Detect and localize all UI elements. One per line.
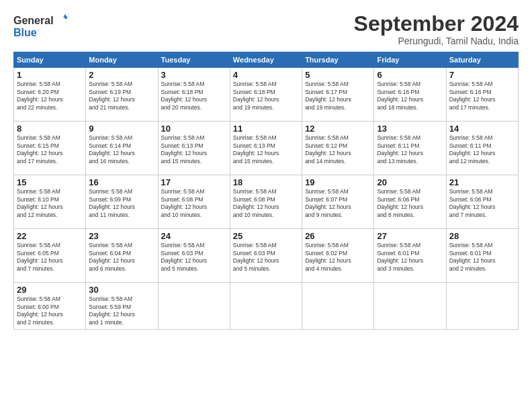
day-info: Sunrise: 5:58 AM Sunset: 6:08 PM Dayligh… (161, 188, 227, 219)
week-row-4: 22Sunrise: 5:58 AM Sunset: 6:05 PM Dayli… (14, 229, 519, 283)
week-row-5: 29Sunrise: 5:58 AM Sunset: 6:00 PM Dayli… (14, 283, 519, 330)
day-cell-16: 16Sunrise: 5:58 AM Sunset: 6:09 PM Dayli… (86, 175, 158, 229)
day-number: 14 (449, 124, 515, 134)
day-number: 17 (161, 177, 227, 187)
day-number: 1 (17, 70, 83, 80)
week-row-1: 1Sunrise: 5:58 AM Sunset: 6:20 PM Daylig… (14, 68, 519, 122)
day-cell-22: 22Sunrise: 5:58 AM Sunset: 6:05 PM Dayli… (14, 229, 86, 283)
day-info: Sunrise: 5:58 AM Sunset: 6:13 PM Dayligh… (161, 134, 227, 165)
day-info: Sunrise: 5:58 AM Sunset: 6:03 PM Dayligh… (161, 242, 227, 273)
day-info: Sunrise: 5:58 AM Sunset: 6:17 PM Dayligh… (305, 81, 371, 111)
day-cell-27: 27Sunrise: 5:58 AM Sunset: 6:01 PM Dayli… (374, 229, 446, 283)
day-cell-11: 11Sunrise: 5:58 AM Sunset: 6:13 PM Dayli… (230, 122, 302, 175)
logo: General Blue (13, 12, 67, 40)
day-number: 20 (377, 177, 443, 187)
day-cell-24: 24Sunrise: 5:58 AM Sunset: 6:03 PM Dayli… (158, 229, 230, 283)
header-saturday: Saturday (446, 52, 518, 68)
day-number: 22 (17, 231, 83, 241)
day-number: 30 (89, 285, 154, 295)
day-info: Sunrise: 5:58 AM Sunset: 6:13 PM Dayligh… (233, 134, 299, 165)
day-cell-21: 21Sunrise: 5:58 AM Sunset: 6:06 PM Dayli… (446, 175, 518, 229)
day-info: Sunrise: 5:58 AM Sunset: 6:11 PM Dayligh… (377, 134, 443, 165)
week-row-2: 8Sunrise: 5:58 AM Sunset: 6:15 PM Daylig… (14, 122, 519, 175)
day-cell-10: 10Sunrise: 5:58 AM Sunset: 6:13 PM Dayli… (158, 122, 230, 175)
header-sunday: Sunday (14, 52, 86, 68)
day-cell-13: 13Sunrise: 5:58 AM Sunset: 6:11 PM Dayli… (374, 122, 446, 175)
day-cell-20: 20Sunrise: 5:58 AM Sunset: 6:06 PM Dayli… (374, 175, 446, 229)
day-info: Sunrise: 5:58 AM Sunset: 6:08 PM Dayligh… (233, 188, 299, 219)
day-info: Sunrise: 5:58 AM Sunset: 6:05 PM Dayligh… (17, 242, 83, 273)
day-info: Sunrise: 5:58 AM Sunset: 6:01 PM Dayligh… (377, 242, 443, 273)
day-number: 3 (161, 70, 227, 80)
day-number: 11 (233, 124, 299, 134)
day-info: Sunrise: 5:58 AM Sunset: 6:03 PM Dayligh… (233, 242, 299, 273)
day-number: 23 (89, 231, 154, 241)
week-row-3: 15Sunrise: 5:58 AM Sunset: 6:10 PM Dayli… (14, 175, 519, 229)
day-info: Sunrise: 5:58 AM Sunset: 6:12 PM Dayligh… (305, 134, 371, 165)
svg-text:General: General (13, 15, 54, 26)
day-number: 12 (305, 124, 371, 134)
day-cell-9: 9Sunrise: 5:58 AM Sunset: 6:14 PM Daylig… (86, 122, 158, 175)
day-number: 25 (233, 231, 299, 241)
header-friday: Friday (374, 52, 446, 68)
day-info: Sunrise: 5:58 AM Sunset: 6:07 PM Dayligh… (305, 188, 371, 219)
day-number: 18 (233, 177, 299, 187)
day-cell-19: 19Sunrise: 5:58 AM Sunset: 6:07 PM Dayli… (302, 175, 374, 229)
day-info: Sunrise: 5:58 AM Sunset: 6:16 PM Dayligh… (449, 81, 515, 111)
title-block: September 2024 Perungudi, Tamil Nadu, In… (354, 12, 519, 46)
day-info: Sunrise: 5:58 AM Sunset: 5:59 PM Dayligh… (89, 295, 154, 326)
day-info: Sunrise: 5:58 AM Sunset: 6:06 PM Dayligh… (377, 188, 443, 219)
header-row: SundayMondayTuesdayWednesdayThursdayFrid… (14, 52, 519, 68)
day-number: 10 (161, 124, 227, 134)
day-cell-23: 23Sunrise: 5:58 AM Sunset: 6:04 PM Dayli… (86, 229, 158, 283)
day-cell-18: 18Sunrise: 5:58 AM Sunset: 6:08 PM Dayli… (230, 175, 302, 229)
day-cell-1: 1Sunrise: 5:58 AM Sunset: 6:20 PM Daylig… (14, 68, 86, 122)
day-number: 6 (377, 70, 443, 80)
day-info: Sunrise: 5:58 AM Sunset: 6:00 PM Dayligh… (17, 295, 83, 326)
day-info: Sunrise: 5:58 AM Sunset: 6:15 PM Dayligh… (17, 134, 83, 165)
day-info: Sunrise: 5:58 AM Sunset: 6:01 PM Dayligh… (449, 242, 515, 273)
day-info: Sunrise: 5:58 AM Sunset: 6:18 PM Dayligh… (161, 81, 227, 111)
header-thursday: Thursday (302, 52, 374, 68)
day-info: Sunrise: 5:58 AM Sunset: 6:04 PM Dayligh… (89, 242, 154, 273)
svg-text:Blue: Blue (13, 27, 37, 38)
day-number: 5 (305, 70, 371, 80)
day-number: 21 (449, 177, 515, 187)
day-cell-26: 26Sunrise: 5:58 AM Sunset: 6:02 PM Dayli… (302, 229, 374, 283)
day-cell-3: 3Sunrise: 5:58 AM Sunset: 6:18 PM Daylig… (158, 68, 230, 122)
day-info: Sunrise: 5:58 AM Sunset: 6:06 PM Dayligh… (449, 188, 515, 219)
day-cell-30: 30Sunrise: 5:58 AM Sunset: 5:59 PM Dayli… (86, 283, 158, 330)
day-cell-15: 15Sunrise: 5:58 AM Sunset: 6:10 PM Dayli… (14, 175, 86, 229)
day-cell-14: 14Sunrise: 5:58 AM Sunset: 6:11 PM Dayli… (446, 122, 518, 175)
day-cell-5: 5Sunrise: 5:58 AM Sunset: 6:17 PM Daylig… (302, 68, 374, 122)
day-cell-6: 6Sunrise: 5:58 AM Sunset: 6:16 PM Daylig… (374, 68, 446, 122)
header-wednesday: Wednesday (230, 52, 302, 68)
day-info: Sunrise: 5:58 AM Sunset: 6:09 PM Dayligh… (89, 188, 154, 219)
day-number: 26 (305, 231, 371, 241)
day-cell-4: 4Sunrise: 5:58 AM Sunset: 6:18 PM Daylig… (230, 68, 302, 122)
day-number: 15 (17, 177, 83, 187)
day-info: Sunrise: 5:58 AM Sunset: 6:18 PM Dayligh… (233, 81, 299, 111)
day-cell-25: 25Sunrise: 5:58 AM Sunset: 6:03 PM Dayli… (230, 229, 302, 283)
calendar-table: SundayMondayTuesdayWednesdayThursdayFrid… (13, 52, 519, 330)
empty-cell (230, 283, 302, 330)
day-number: 19 (305, 177, 371, 187)
day-info: Sunrise: 5:58 AM Sunset: 6:10 PM Dayligh… (17, 188, 83, 219)
day-info: Sunrise: 5:58 AM Sunset: 6:19 PM Dayligh… (89, 81, 154, 111)
empty-cell (374, 283, 446, 330)
subtitle: Perungudi, Tamil Nadu, India (354, 36, 519, 46)
day-number: 29 (17, 285, 83, 295)
month-title: September 2024 (354, 12, 519, 36)
day-cell-7: 7Sunrise: 5:58 AM Sunset: 6:16 PM Daylig… (446, 68, 518, 122)
empty-cell (302, 283, 374, 330)
logo-svg: General Blue (13, 12, 67, 40)
empty-cell (446, 283, 518, 330)
header-monday: Monday (86, 52, 158, 68)
day-cell-28: 28Sunrise: 5:58 AM Sunset: 6:01 PM Dayli… (446, 229, 518, 283)
day-info: Sunrise: 5:58 AM Sunset: 6:11 PM Dayligh… (449, 134, 515, 165)
header-tuesday: Tuesday (158, 52, 230, 68)
day-cell-2: 2Sunrise: 5:58 AM Sunset: 6:19 PM Daylig… (86, 68, 158, 122)
day-number: 24 (161, 231, 227, 241)
day-cell-12: 12Sunrise: 5:58 AM Sunset: 6:12 PM Dayli… (302, 122, 374, 175)
day-number: 4 (233, 70, 299, 80)
